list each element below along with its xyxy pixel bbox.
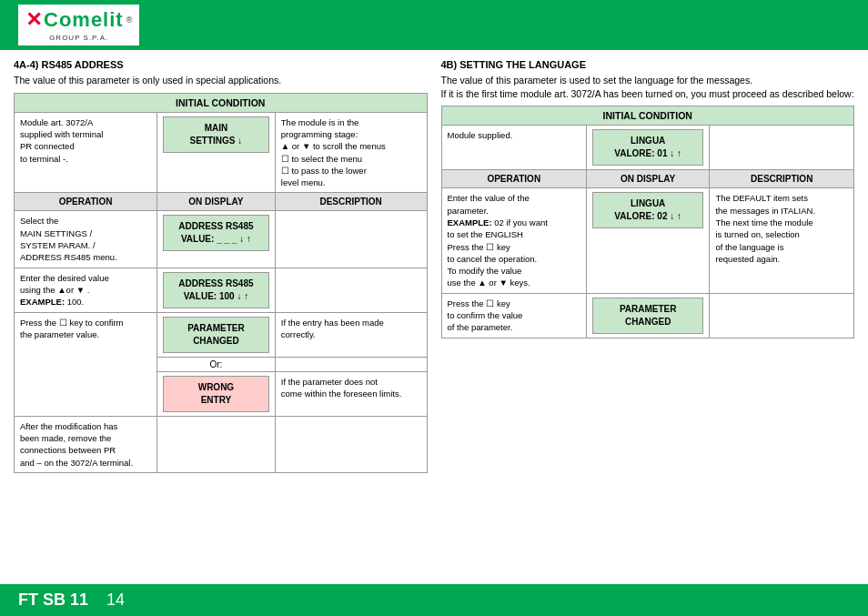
- right-row1-operation: Enter the value of theparameter. EXAMPLE…: [441, 188, 587, 293]
- left-data-row-3: Press the ☐ key to confirmthe parameter …: [15, 312, 428, 357]
- footer-model: FT SB 11: [18, 591, 88, 610]
- left-row4-description: [275, 416, 427, 472]
- left-row4-display: [157, 416, 276, 472]
- left-initial-left-text: Module art. 3072/Asupplied with terminal…: [15, 112, 157, 193]
- right-column: 4B) SETTING THE LANGUAGE The value of th…: [441, 59, 855, 575]
- right-row2-operation: Press the ☐ keyto confirm the valueof th…: [441, 293, 587, 338]
- right-data-row-1: Enter the value of theparameter. EXAMPLE…: [441, 188, 854, 293]
- left-data-row-4: After the modification hasbeen made, rem…: [15, 416, 428, 472]
- footer-page: 14: [106, 591, 125, 610]
- logo-x-icon: ✕: [25, 8, 42, 32]
- right-data-row-2: Press the ☐ keyto confirm the valueof th…: [441, 293, 854, 338]
- left-initial-row: Module art. 3072/Asupplied with terminal…: [15, 112, 428, 193]
- left-col-headers: OPERATION ON DISPLAY DESCRIPTION: [15, 193, 428, 211]
- right-initial-display-box: LINGUAVALORE: 01 ↓ ↑: [592, 129, 703, 166]
- left-row3-display-box-main: PARAMETERCHANGED: [163, 317, 269, 353]
- left-initial-condition-label: INITIAL CONDITION: [15, 93, 428, 112]
- logo-container: ✕ Comelit ® GROUP S.P.A.: [18, 5, 139, 45]
- left-row2-description: [275, 268, 427, 312]
- left-row2-display: ADDRESS RS485VALUE: 100 ↓ ↑: [157, 268, 276, 312]
- left-table: INITIAL CONDITION Module art. 3072/Asupp…: [14, 93, 428, 473]
- left-section-title: 4A-4) RS485 ADDRESS: [14, 59, 428, 70]
- left-initial-display-box: MAINSETTINGS ↓: [163, 116, 269, 153]
- left-row3-operation: Press the ☐ key to confirmthe parameter …: [15, 312, 157, 416]
- left-data-row-2: Enter the desired valueusing the ▲or ▼ .…: [15, 268, 428, 312]
- right-row1-display-box: LINGUAVALORE: 02 ↓ ↑: [592, 192, 703, 228]
- left-row3-or: Or:: [157, 357, 276, 371]
- left-initial-condition-header: INITIAL CONDITION: [15, 93, 428, 112]
- right-row1-description: The DEFAULT item setsthe messages in ITA…: [710, 188, 854, 293]
- right-row2-description: [710, 293, 854, 338]
- logo-brand-text: Comelit: [44, 8, 124, 32]
- left-row1-operation: Select theMAIN SETTINGS /SYSTEM PARAM. /…: [15, 211, 157, 268]
- left-row2-display-box: ADDRESS RS485VALUE: 100 ↓ ↑: [163, 272, 269, 308]
- left-data-row-1: Select theMAIN SETTINGS /SYSTEM PARAM. /…: [15, 211, 428, 268]
- right-col-headers: OPERATION ON DISPLAY DESCRIPTION: [441, 170, 854, 188]
- left-row3-description-main: If the entry has been madecorrectly.: [275, 312, 427, 357]
- main-content: 4A-4) RS485 ADDRESS The value of this pa…: [0, 50, 868, 584]
- left-row3-display-alt: WRONGENTRY: [157, 371, 276, 416]
- right-section-desc: The value of this parameter is used to s…: [441, 74, 855, 100]
- header: ✕ Comelit ® GROUP S.P.A.: [0, 0, 868, 50]
- left-row2-operation: Enter the desired valueusing the ▲or ▼ .…: [15, 268, 157, 312]
- left-col-operation: OPERATION: [15, 193, 157, 211]
- left-initial-right-text: The module is in theprogramming stage:▲ …: [275, 112, 427, 193]
- right-row2-display: PARAMETERCHANGED: [587, 293, 710, 338]
- footer: FT SB 11 14: [0, 584, 868, 616]
- left-column: 4A-4) RS485 ADDRESS The value of this pa…: [14, 59, 428, 575]
- right-initial-condition-label: INITIAL CONDITION: [441, 106, 854, 126]
- right-initial-row: Module supplied. LINGUAVALORE: 01 ↓ ↑: [441, 126, 854, 170]
- left-row3-display-box-alt: WRONGENTRY: [163, 376, 269, 412]
- logo-group-text: GROUP S.P.A.: [49, 34, 108, 42]
- right-col-operation: OPERATION: [441, 170, 587, 188]
- left-section-desc: The value of this parameter is only used…: [14, 74, 428, 87]
- right-row2-display-box: PARAMETERCHANGED: [592, 298, 703, 334]
- left-row3-display-main: PARAMETERCHANGED: [157, 312, 276, 357]
- left-row1-display-box: ADDRESS RS485VALUE: _ _ _ ↓ ↑: [163, 215, 269, 251]
- left-row1-display: ADDRESS RS485VALUE: _ _ _ ↓ ↑: [157, 211, 276, 268]
- right-col-description: DESCRIPTION: [710, 170, 854, 188]
- left-col-description: DESCRIPTION: [275, 193, 427, 211]
- right-initial-display: LINGUAVALORE: 01 ↓ ↑: [587, 126, 710, 170]
- right-col-display: ON DISPLAY: [587, 170, 710, 188]
- right-row1-display: LINGUAVALORE: 02 ↓ ↑: [587, 188, 710, 293]
- right-initial-left-text: Module supplied.: [441, 126, 587, 170]
- left-row4-operation: After the modification hasbeen made, rem…: [15, 416, 157, 472]
- left-row1-description: [275, 211, 427, 268]
- right-initial-right-text: [710, 126, 854, 170]
- logo-box: ✕ Comelit ® GROUP S.P.A.: [18, 5, 139, 45]
- right-table: INITIAL CONDITION Module supplied. LINGU…: [441, 106, 855, 338]
- right-section-title: 4B) SETTING THE LANGUAGE: [441, 59, 855, 70]
- right-initial-condition-header: INITIAL CONDITION: [441, 106, 854, 126]
- left-col-display: ON DISPLAY: [157, 193, 276, 211]
- left-row3-or-desc: [275, 357, 427, 371]
- registered-icon: ®: [126, 15, 133, 25]
- left-row3-description-alt: If the parameter does notcome within the…: [275, 371, 427, 416]
- left-initial-display: MAINSETTINGS ↓: [157, 112, 276, 193]
